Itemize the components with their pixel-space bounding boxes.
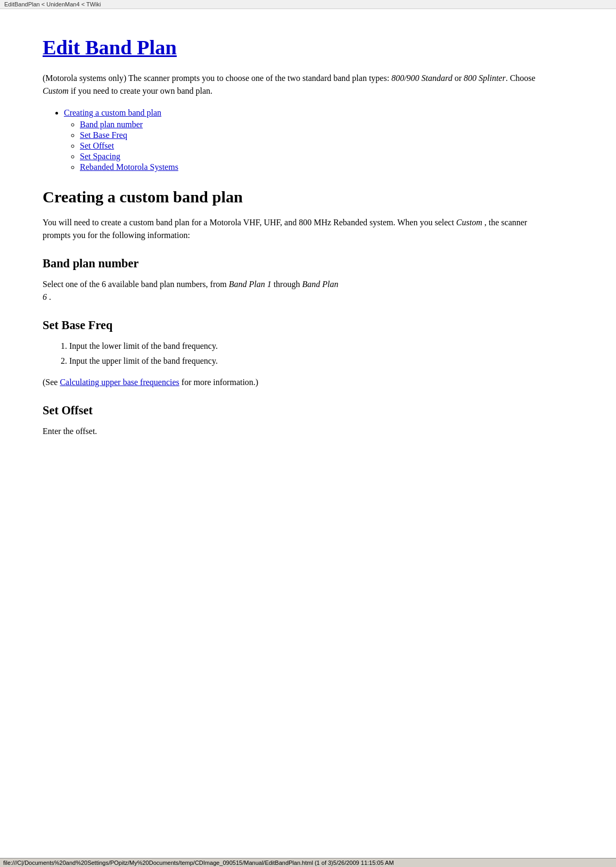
see-text-before: (See bbox=[43, 378, 60, 387]
creating-italic-custom: Custom bbox=[456, 218, 482, 227]
intro-text-mid1: or bbox=[453, 73, 464, 83]
toc-link-band-plan-number[interactable]: Band plan number bbox=[80, 120, 143, 129]
creating-text-before: You will need to create a custom band pl… bbox=[43, 218, 456, 227]
set-base-freq-list: Input the lower limit of the band freque… bbox=[69, 340, 543, 367]
section-heading-set-base-freq: Set Base Freq bbox=[43, 318, 543, 332]
see-text-after: for more information.) bbox=[179, 378, 258, 387]
band-plan-text-middle: through bbox=[272, 280, 302, 289]
intro-bold-italic-2: 800 Splinter bbox=[464, 73, 506, 83]
section-heading-band-plan-number: Band plan number bbox=[43, 257, 543, 271]
toc-item-creating: Creating a custom band plan Band plan nu… bbox=[64, 108, 543, 172]
band-plan-text-before: Select one of the 6 available band plan … bbox=[43, 280, 229, 289]
intro-paragraph: (Motorola systems only) The scanner prom… bbox=[43, 72, 543, 97]
list-item-2: Input the upper limit of the band freque… bbox=[69, 355, 543, 367]
toc-link-creating[interactable]: Creating a custom band plan bbox=[64, 108, 161, 117]
toc-subitem-band-plan-number: Band plan number bbox=[80, 120, 543, 129]
page-title: Edit Band Plan bbox=[43, 36, 543, 59]
set-offset-text: Enter the offset. bbox=[43, 425, 543, 438]
toc-link-set-base-freq[interactable]: Set Base Freq bbox=[80, 130, 127, 140]
intro-text-end: if you need to create your own band plan… bbox=[69, 86, 212, 95]
toc-subitem-rebanded: Rebanded Motorola Systems bbox=[80, 162, 543, 172]
browser-tab: EditBandPlan < UnidenMan4 < TWiki bbox=[0, 0, 616, 9]
status-bar: file:///C|/Documents%20and%20Settings/PO… bbox=[0, 858, 616, 867]
section-heading-set-offset: Set Offset bbox=[43, 404, 543, 418]
intro-bold-italic-1: 800/900 Standard bbox=[391, 73, 453, 83]
creating-text: You will need to create a custom band pl… bbox=[43, 216, 543, 242]
intro-text-mid2: . Choose bbox=[506, 73, 536, 83]
set-base-freq-see: (See Calculating upper base frequencies … bbox=[43, 376, 543, 389]
band-plan-text-after: . bbox=[47, 292, 51, 301]
toc-subitem-set-base-freq: Set Base Freq bbox=[80, 130, 543, 140]
toc-link-rebanded[interactable]: Rebanded Motorola Systems bbox=[80, 162, 178, 171]
toc-link-set-offset[interactable]: Set Offset bbox=[80, 141, 114, 150]
intro-text-before: (Motorola systems only) The scanner prom… bbox=[43, 73, 391, 83]
toc-subitem-set-spacing: Set Spacing bbox=[80, 152, 543, 161]
page-title-link[interactable]: Edit Band Plan bbox=[43, 36, 177, 59]
toc-subitem-set-offset: Set Offset bbox=[80, 141, 543, 151]
toc-sublist: Band plan number Set Base Freq Set Offse… bbox=[80, 120, 543, 172]
main-content: Edit Band Plan (Motorola systems only) T… bbox=[0, 9, 586, 478]
list-item-1: Input the lower limit of the band freque… bbox=[69, 340, 543, 353]
section-heading-creating: Creating a custom band plan bbox=[43, 188, 543, 207]
band-plan-italic-1: Band Plan 1 bbox=[229, 280, 272, 289]
band-plan-number-text: Select one of the 6 available band plan … bbox=[43, 278, 543, 304]
calc-upper-link[interactable]: Calculating upper base frequencies bbox=[60, 378, 179, 387]
toc-list: Creating a custom band plan Band plan nu… bbox=[64, 108, 543, 172]
toc-link-set-spacing[interactable]: Set Spacing bbox=[80, 152, 120, 161]
status-bar-text: file:///C|/Documents%20and%20Settings/PO… bbox=[3, 860, 394, 866]
intro-italic-custom: Custom bbox=[43, 86, 69, 95]
browser-tab-title: EditBandPlan < UnidenMan4 < TWiki bbox=[4, 1, 101, 7]
